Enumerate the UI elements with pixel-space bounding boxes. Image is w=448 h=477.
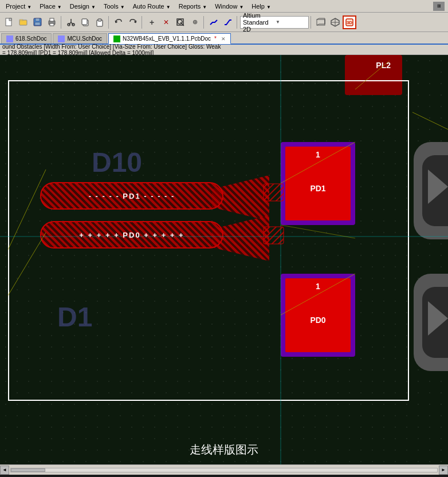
- smd-pad-bottom: 1 PD0: [281, 274, 355, 357]
- tab-modified-indicator: *: [214, 36, 217, 42]
- tb-open[interactable]: [17, 15, 30, 29]
- svg-rect-4: [36, 18, 40, 21]
- tb-new[interactable]: [2, 15, 16, 29]
- tab-pcb-doc[interactable]: N32WB45xL_EVB_V1.1.1.PcbDoc * ✕: [108, 33, 231, 44]
- smd-pad-bottom-name: PD0: [281, 316, 355, 325]
- tb-redo[interactable]: [126, 15, 140, 29]
- tb-print[interactable]: [45, 15, 59, 29]
- tab-618-schdoc[interactable]: 618.SchDoc: [1, 33, 52, 44]
- tab-sch-icon2: [58, 36, 65, 42]
- menu-help[interactable]: Help ▼: [248, 2, 274, 11]
- scroll-thumb[interactable]: [11, 468, 45, 472]
- tb-route2[interactable]: [221, 15, 235, 29]
- main-canvas[interactable]: PL2 1 PD1 1 PD0 - - - - - PD1 - - - - - …: [0, 55, 448, 475]
- svg-rect-2: [19, 19, 23, 21]
- menu-reports[interactable]: Reports ▼: [175, 2, 211, 11]
- scroll-right-btn[interactable]: ►: [439, 466, 448, 475]
- trace-pd0: + + + + + PD0 + + + + +: [40, 221, 223, 249]
- canvas-background: [0, 55, 448, 475]
- svg-rect-7: [50, 18, 54, 21]
- arrow-right-top: [428, 169, 448, 204]
- tb-save[interactable]: [31, 15, 45, 29]
- dropdown-arrow: ▼: [276, 19, 306, 25]
- tb-sep1: [61, 16, 62, 29]
- scroll-left-btn[interactable]: ◄: [0, 466, 9, 475]
- status-bar: ound Obstacles [Width From: User Choice]…: [0, 45, 448, 55]
- tb-copy[interactable]: [78, 15, 92, 29]
- scroll-track: [10, 468, 438, 472]
- view-mode-dropdown[interactable]: Altium Standard 2D ▼: [240, 16, 309, 29]
- trace-pd0-label: + + + + + PD0 + + + + +: [79, 231, 184, 239]
- svg-text:3D: 3D: [347, 20, 352, 25]
- smd-pad-top-num: 1: [281, 150, 355, 159]
- svg-rect-15: [82, 19, 87, 25]
- menu-tools[interactable]: Tools ▼: [100, 2, 128, 11]
- tb-undo[interactable]: [112, 15, 125, 29]
- top-right-pad-red: [345, 55, 402, 95]
- menu-window[interactable]: Window ▼: [211, 2, 247, 11]
- tab-sch-icon: [6, 36, 13, 42]
- tb-sep3: [142, 16, 143, 29]
- tb-sep6: [311, 16, 312, 29]
- bottom-scrollbar[interactable]: ◄ ►: [0, 464, 448, 475]
- tab-close-btn[interactable]: ✕: [221, 36, 226, 42]
- menu-bar: Project ▼ Place ▼ Design ▼ Tools ▼ Auto …: [0, 0, 448, 13]
- tb-view3d-active[interactable]: 3D: [343, 15, 356, 29]
- svg-rect-17: [98, 19, 101, 21]
- svg-point-20: [178, 19, 182, 24]
- tb-2d-3d-a[interactable]: [314, 15, 328, 29]
- tb-sep2: [108, 16, 110, 29]
- tab-mcu-schdoc[interactable]: MCU.SchDoc: [53, 33, 107, 44]
- tb-sep5: [237, 16, 238, 29]
- trace-pd1: - - - - - PD1 - - - - -: [40, 182, 223, 210]
- menu-project[interactable]: Project ▼: [2, 2, 35, 11]
- tab-pcb-icon: [113, 36, 120, 42]
- arrow-right-bottom: [428, 301, 448, 336]
- tb-sep4: [203, 16, 205, 29]
- svg-rect-8: [50, 23, 54, 26]
- tb-zoom-in[interactable]: ⊕: [188, 15, 202, 29]
- tb-cut[interactable]: [64, 15, 78, 29]
- menu-extra-btn[interactable]: ⊞: [433, 2, 445, 11]
- smd-pad-top: 1 PD1: [281, 142, 355, 225]
- toolbar: + ✕ ⊕ Altium Standard 2D ▼ 3D: [0, 13, 448, 32]
- menu-autoroute[interactable]: Auto Route ▼: [129, 2, 174, 11]
- tb-2d-3d-b[interactable]: [328, 15, 342, 29]
- status-text-container: ound Obstacles [Width From: User Choice]…: [2, 44, 221, 56]
- trace-pd1-label: - - - - - PD1 - - - - -: [89, 192, 175, 200]
- tb-plus[interactable]: +: [145, 15, 159, 29]
- tb-route[interactable]: [207, 15, 221, 29]
- menu-place[interactable]: Place ▼: [36, 2, 65, 11]
- tb-cross[interactable]: ✕: [159, 15, 173, 29]
- menu-design[interactable]: Design ▼: [66, 2, 99, 11]
- smd-pad-bottom-num: 1: [281, 282, 355, 291]
- svg-rect-1: [19, 20, 27, 25]
- tb-zoom-fit[interactable]: [174, 15, 187, 29]
- smd-pad-top-name: PD1: [281, 184, 355, 193]
- svg-rect-5: [35, 22, 40, 25]
- tb-paste[interactable]: [93, 15, 107, 29]
